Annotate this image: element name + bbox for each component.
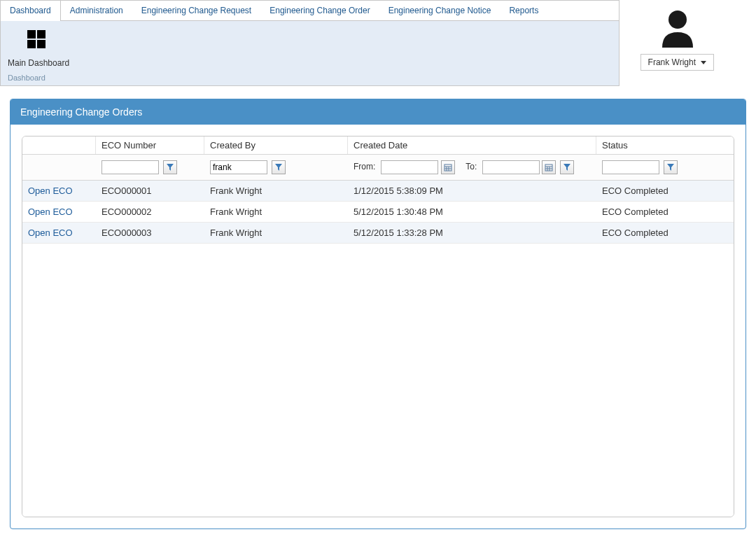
panel-title: Engineering Change Orders <box>10 99 746 125</box>
calendar-icon <box>444 163 452 172</box>
svg-point-0 <box>668 10 687 29</box>
grid-filter-row: From: To: <box>22 155 734 181</box>
cell-created-date: 1/12/2015 5:38:09 PM <box>348 183 596 199</box>
cell-created-date: 5/12/2015 1:33:28 PM <box>348 225 596 241</box>
table-row[interactable]: Open ECO ECO000002 Frank Wright 5/12/201… <box>22 202 734 223</box>
to-label: To: <box>465 162 477 172</box>
calendar-icon <box>545 163 553 172</box>
open-eco-link[interactable]: Open ECO <box>22 183 96 199</box>
cell-status: ECO Completed <box>596 183 734 199</box>
open-eco-link[interactable]: Open ECO <box>22 225 96 241</box>
cell-created-by: Frank Wright <box>204 204 348 220</box>
ribbon-body: Main Dashboard Dashboard <box>0 21 620 86</box>
header-created-by[interactable]: Created By <box>204 136 348 154</box>
header-action[interactable] <box>22 136 96 154</box>
filter-date-button[interactable] <box>560 160 574 174</box>
cell-status: ECO Completed <box>596 225 734 241</box>
header-status[interactable]: Status <box>596 136 734 154</box>
open-eco-link[interactable]: Open ECO <box>22 204 96 220</box>
cell-status: ECO Completed <box>596 204 734 220</box>
to-date-calendar-button[interactable] <box>542 160 556 174</box>
nav-ribbon: Dashboard Administration Engineering Cha… <box>0 0 620 86</box>
cell-created-date: 5/12/2015 1:30:48 PM <box>348 204 596 220</box>
from-date-calendar-button[interactable] <box>441 160 455 174</box>
ribbon-group-title: Dashboard <box>8 74 69 82</box>
tab-bar: Dashboard Administration Engineering Cha… <box>0 0 620 21</box>
filter-status-input[interactable] <box>602 160 659 174</box>
filter-status-button[interactable] <box>664 160 678 174</box>
caret-down-icon <box>701 61 706 64</box>
funnel-icon <box>275 164 282 171</box>
filter-created-by-input[interactable] <box>210 160 267 174</box>
funnel-icon <box>564 164 570 171</box>
header-created-date[interactable]: Created Date <box>348 136 596 154</box>
tab-eco[interactable]: Engineering Change Order <box>260 1 379 20</box>
tab-administration[interactable]: Administration <box>61 1 132 20</box>
tab-ecr[interactable]: Engineering Change Request <box>132 1 260 20</box>
main-dashboard-label[interactable]: Main Dashboard <box>8 58 69 68</box>
user-name-label: Frank Wright <box>648 57 696 67</box>
ribbon-group-dashboard: Main Dashboard Dashboard <box>8 27 69 82</box>
tab-dashboard[interactable]: Dashboard <box>1 1 61 21</box>
cell-eco-number: ECO000003 <box>96 225 204 241</box>
tab-reports[interactable]: Reports <box>500 1 547 20</box>
filter-created-by-button[interactable] <box>272 160 286 174</box>
grid-body[interactable]: Open ECO ECO000001 Frank Wright 1/12/201… <box>22 181 734 517</box>
funnel-icon <box>167 164 174 171</box>
funnel-icon <box>667 164 674 171</box>
filter-to-date-input[interactable] <box>482 160 540 174</box>
table-row[interactable]: Open ECO ECO000001 Frank Wright 1/12/201… <box>22 181 734 202</box>
eco-grid: ECO Number Created By Created Date Statu… <box>22 136 734 517</box>
svg-rect-6 <box>545 164 552 171</box>
tab-ecn[interactable]: Engineering Change Notice <box>379 1 500 20</box>
filter-eco-number-button[interactable] <box>163 160 177 174</box>
eco-panel: Engineering Change Orders ECO Number Cre… <box>10 99 746 529</box>
cell-created-by: Frank Wright <box>204 183 348 199</box>
table-row[interactable]: Open ECO ECO000003 Frank Wright 5/12/201… <box>22 223 734 244</box>
user-section: Frank Wright <box>620 0 756 86</box>
filter-eco-number-input[interactable] <box>102 160 159 174</box>
grid-header-row: ECO Number Created By Created Date Statu… <box>22 136 734 155</box>
svg-rect-1 <box>444 164 451 171</box>
user-avatar-icon <box>657 7 699 50</box>
grid-tiles-icon[interactable] <box>27 29 50 53</box>
user-dropdown[interactable]: Frank Wright <box>640 54 715 71</box>
filter-from-date-input[interactable] <box>381 160 438 174</box>
from-label: From: <box>354 162 375 172</box>
header-eco-number[interactable]: ECO Number <box>96 136 204 154</box>
cell-eco-number: ECO000001 <box>96 183 204 199</box>
cell-eco-number: ECO000002 <box>96 204 204 220</box>
cell-created-by: Frank Wright <box>204 225 348 241</box>
